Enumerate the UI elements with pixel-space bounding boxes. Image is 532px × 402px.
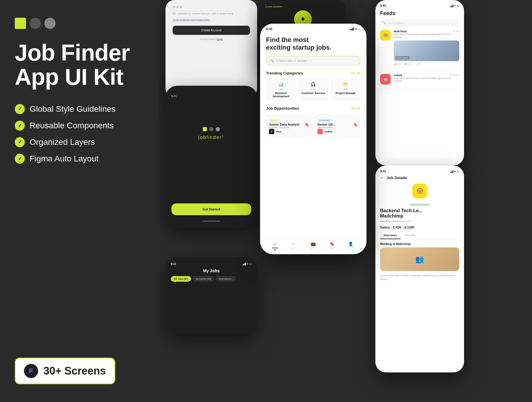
biz-dev-icon: 📊	[278, 82, 283, 87]
job-subtitle-2: San Francisco...	[317, 126, 335, 129]
left-panel: Job FinderApp UI Kit Global Style Guidel…	[0, 0, 160, 402]
splash-circle2	[216, 127, 220, 131]
details-wifi-icon: ▾	[454, 170, 456, 173]
myjobs-tabs: All Jobs (50) Accepted (32) Rejected (1.…	[171, 276, 252, 282]
nav-explore[interactable]: ⊙ Explore	[290, 241, 297, 251]
already-joined: Already joined? Login	[173, 38, 250, 40]
mailchimp-avatar: 🐵	[380, 30, 391, 40]
feature-text-4: Figma Auto Layout	[30, 154, 98, 163]
trending-see-all[interactable]: See All	[351, 72, 361, 75]
feed-action-like[interactable]: 👍 1.3m	[394, 63, 402, 65]
customer-success-count: (12)	[311, 88, 315, 90]
signal-icon	[350, 27, 354, 30]
feeds-search[interactable]: 🔍 Type to search...	[380, 20, 459, 26]
opportunities-header: Job Opportunities See All	[266, 106, 361, 111]
feature-text-3: Organized Layers	[30, 137, 95, 147]
main-headline: Find the mostexciting startup jobs.	[266, 36, 361, 52]
create-account-btn[interactable]: Create Account	[173, 26, 250, 35]
details-header: ← Job Details	[380, 175, 459, 180]
nav-account[interactable]: 👤 Account	[347, 241, 354, 251]
phone-splash: 9:41 jobfinder° Get Started	[166, 86, 257, 228]
login-link[interactable]: Login	[217, 38, 223, 40]
trending-title: Trending Categories	[266, 71, 303, 75]
myjobs-status: 9:41 ▾ ▭	[171, 262, 252, 265]
category-customer-success[interactable]: 🎧 (12) Customer Success	[298, 79, 328, 101]
status-bar: 9:41 ▾ ▭	[260, 24, 366, 33]
phone-myjobs: 9:41 ▾ ▭ My Jobs All Jobs (50) Accepted …	[166, 257, 257, 334]
splash-brand-symbol: °	[222, 135, 224, 140]
get-started-btn[interactable]: Get Started	[171, 203, 251, 215]
screens-badge: F 30+ Screens	[15, 358, 115, 384]
logo-row	[15, 18, 145, 29]
salary-value: $ 42K - $ 150K	[393, 226, 415, 229]
mailchimp-actions: 👍 1.3m 💬 1.0r ↗ 245	[394, 63, 459, 65]
status-icons: ▾ ▭	[350, 27, 361, 31]
feed-item-airbnb: 🏠 Airbnb 35 Gcinber Lorem ipsum dolor si…	[380, 74, 459, 89]
salary-label: Salary :	[380, 226, 392, 229]
nav-home[interactable]: ⌂ Home	[272, 241, 278, 251]
feeds-title: Feeds	[380, 10, 459, 17]
job-subtitle-1: Remote • Full Time	[269, 126, 299, 129]
check-icon-4	[15, 154, 25, 164]
feeds-wifi-icon: ▾	[454, 4, 456, 7]
details-tabs: Overviews Benefits	[380, 232, 459, 239]
biz-dev-count: (45)	[279, 88, 283, 90]
nav-home-label: Home	[272, 247, 278, 249]
splash-brand: jobfinder°	[198, 135, 224, 140]
airbnb-name: Airbnb	[394, 74, 402, 77]
phone-main-content: Find the mostexciting startup jobs. 🔍 Ex…	[260, 33, 366, 239]
myjob-tab-all[interactable]: All Jobs (50)	[171, 276, 191, 282]
details-tab-benefits[interactable]: Benefits	[402, 232, 419, 239]
opportunities-see-all[interactable]: See All	[351, 107, 361, 110]
screens-count: 30+ Screens	[43, 365, 106, 377]
mailchimp-image: Lorem ipsum	[394, 40, 459, 61]
check-icon-1	[15, 104, 25, 114]
nav-myjobs-label: My Jobs	[309, 247, 317, 249]
logo-circle2	[44, 18, 56, 29]
feature-item-3: Organized Layers	[15, 137, 145, 147]
details-company-info: Mailchimp • Salesforce • 1,81...	[380, 220, 459, 223]
splash-indicator	[202, 221, 220, 222]
features-list: Global Style Guidelines Reusable Compone…	[15, 104, 145, 164]
nav-explore-icon: ⊙	[292, 241, 295, 246]
nav-myjobs[interactable]: 💼 My Jobs	[309, 241, 317, 251]
figma-f-letter: F	[29, 367, 33, 375]
details-tab-overviews[interactable]: Overviews	[380, 232, 400, 239]
search-placeholder: Explore jobs or startups	[276, 59, 307, 62]
myjob-tab-accepted[interactable]: Accepted (32)	[193, 276, 214, 282]
job-card-2[interactable]: UI/UX Desi... Senior UI/... San Francisc…	[314, 114, 361, 137]
team-emoji: 👥	[415, 255, 424, 263]
customer-success-icon: 🎧	[311, 82, 316, 87]
working-section-title: Working at Mailchimp	[380, 242, 459, 246]
job-card-1[interactable]: Analyst Junior Data Analyst Remote • Ful…	[266, 114, 312, 137]
bookmark-icon-2[interactable]: 🔖	[353, 123, 358, 127]
trending-header: Trending Categories See All	[266, 71, 361, 75]
search-icon: 🔍	[270, 59, 274, 62]
feed-content-airbnb: Airbnb 35 Gcinber Lorem ipsum dolor sit …	[394, 74, 459, 85]
feeds-time: 9:41	[380, 4, 386, 7]
bookmark-icon-1[interactable]: 🔖	[305, 123, 309, 127]
bottom-nav: ⌂ Home ⊙ Explore 💼 My Jobs 🔖 Saves	[260, 239, 366, 254]
feature-text-1: Global Style Guidelines	[30, 104, 116, 114]
feature-item-2: Reusable Components	[15, 121, 145, 131]
myjobs-battery-icon: ▭	[249, 262, 252, 265]
category-biz-dev[interactable]: 📊 (45) Business Development	[266, 79, 296, 101]
details-back-btn[interactable]: ←	[380, 175, 384, 180]
search-bar[interactable]: 🔍 Explore jobs or startups	[266, 56, 361, 66]
feed-action-share[interactable]: ↗ 245	[414, 63, 420, 65]
login-text: Bio, question or content that you add is…	[173, 12, 250, 16]
check-icon-3	[15, 137, 25, 147]
feature-text-2: Reusable Components	[30, 121, 114, 130]
details-status: 9:41 ▾ ▭	[380, 170, 459, 173]
splash-brand-name: jobfinder	[198, 135, 222, 140]
category-project-manage[interactable]: 📁 (12) Project Manage	[331, 79, 361, 101]
splash-square	[203, 127, 207, 131]
nav-saves[interactable]: 🔖 Saves	[329, 241, 335, 251]
nav-saves-icon: 🔖	[330, 241, 335, 246]
phone-login: Bio, question or content that you add is…	[166, 0, 257, 98]
feed-action-comment[interactable]: 💬 1.0r	[405, 63, 411, 65]
airbnb-avatar: 🏠	[380, 74, 391, 85]
working-section-text: Lorem ipsum dolor sit amet, consectetur …	[380, 274, 459, 281]
explore-top-jobs: 10 jobs available	[265, 5, 341, 8]
myjob-tab-rejected[interactable]: Rejected (1...	[216, 276, 236, 282]
